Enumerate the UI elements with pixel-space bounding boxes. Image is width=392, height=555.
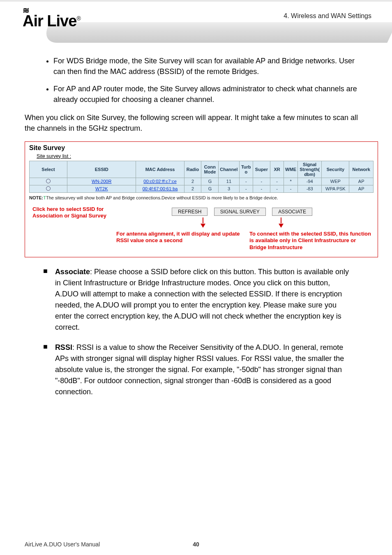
col-turbo: Turbo xyxy=(239,161,253,178)
row-sig: -83 xyxy=(297,185,322,192)
col-super: Super xyxy=(253,161,270,178)
intro-bullet-2: For AP and AP router mode, the Site Surv… xyxy=(53,83,367,105)
page-footer: AirLive A.DUO User's Manual 40 xyxy=(25,541,367,548)
row-super: - xyxy=(253,185,270,192)
survey-note: NOTE:TThe sitesurvey will show both AP a… xyxy=(29,195,374,200)
brand-reg: ® xyxy=(76,15,80,22)
logo-swirl: ≋ xyxy=(23,8,81,12)
banner-rule xyxy=(0,0,392,2)
square-bullet-icon: ■ xyxy=(43,266,48,333)
col-connmode: ConnMode xyxy=(201,161,219,178)
associate-text: Associate: Please choose a SSID before c… xyxy=(55,266,349,333)
banner-stripe xyxy=(40,22,392,43)
row-net: AP xyxy=(349,185,374,192)
radio-icon[interactable] xyxy=(46,179,51,183)
callout-left: Click here to select SSID for Associatio… xyxy=(32,206,106,220)
section-label: 4. Wireless and WAN Settings xyxy=(284,12,371,20)
associate-item: ■ Associate: Please choose a SSID before… xyxy=(43,266,349,333)
arrow-icon xyxy=(195,217,211,229)
page-number: 40 xyxy=(193,541,199,548)
row-conn: G xyxy=(201,185,219,192)
associate-body: : Please choose a SSID before click on t… xyxy=(55,268,349,331)
associate-title: Associate xyxy=(55,268,90,276)
signal-survey-button[interactable]: SIGNAL SURVEY xyxy=(214,208,266,216)
row-chan: 11 xyxy=(219,178,239,185)
row-essid[interactable]: WT2K xyxy=(67,185,136,192)
row-xr: - xyxy=(270,178,284,185)
rssi-text: RSSI: RSSI is a value to show the Receiv… xyxy=(55,342,349,398)
col-essid: ESSID xyxy=(67,161,136,178)
col-security: Security xyxy=(322,161,349,178)
col-xr: XR xyxy=(270,161,284,178)
row-conn: G xyxy=(201,178,219,185)
col-wme: WME xyxy=(284,161,297,178)
row-sec: WPA PSK xyxy=(322,185,349,192)
table-header-row: Select ESSID MAC Address Radio ConnMode … xyxy=(30,161,374,178)
site-survey-subtitle: Site survey list : xyxy=(29,152,374,161)
col-select: Select xyxy=(30,161,67,178)
row-essid[interactable]: WN-200R xyxy=(67,178,136,185)
row-mac: 00:4f:67:00:61:ba xyxy=(136,185,184,192)
rssi-item: ■ RSSI: RSSI is a value to show the Rece… xyxy=(43,342,349,398)
row-mac: 00:c0:02:ff:c7:ce xyxy=(136,178,184,185)
survey-table: Select ESSID MAC Address Radio ConnMode … xyxy=(29,161,374,193)
row-select-radio[interactable] xyxy=(30,185,67,192)
row-sig: -94 xyxy=(297,178,322,185)
associate-button[interactable]: ASSOCIATE xyxy=(272,208,312,216)
note-body: The sitesurvey will show both AP and Bri… xyxy=(46,195,278,200)
row-wme: * xyxy=(284,178,297,185)
row-turbo: - xyxy=(239,178,253,185)
table-row: WT2K 00:4f:67:00:61:ba 2 G 3 - - - - -83… xyxy=(30,185,374,192)
callout-middle: For antenna alignment, it will display a… xyxy=(116,231,240,245)
refresh-button[interactable]: REFRESH xyxy=(172,208,208,216)
rssi-title: RSSI xyxy=(55,343,72,352)
row-radio: 2 xyxy=(184,178,201,185)
intro-bullet-1: For WDS Bridge mode, the Site Survey wil… xyxy=(53,56,367,77)
site-survey-title: Site Survey xyxy=(29,144,374,152)
col-channel: Channel xyxy=(219,161,239,178)
radio-icon[interactable] xyxy=(46,186,51,191)
note-prefix: NOTE: xyxy=(29,195,43,200)
row-super: - xyxy=(253,178,270,185)
rssi-body: : RSSI is a value to show the Receiver S… xyxy=(55,343,344,396)
row-radio: 2 xyxy=(184,185,201,192)
brand-text: Air Live xyxy=(23,12,76,30)
row-sec: WEP xyxy=(322,178,349,185)
page-banner: ≋ Air Live® 4. Wireless and WAN Settings xyxy=(0,0,392,49)
button-row: REFRESH SIGNAL SURVEY ASSOCIATE xyxy=(111,208,374,216)
row-chan: 3 xyxy=(219,185,239,192)
col-signal: Signal Strength(dbm) xyxy=(297,161,322,178)
col-mac: MAC Address xyxy=(136,161,184,178)
footer-title: AirLive A.DUO User's Manual xyxy=(25,541,100,548)
row-select-radio[interactable] xyxy=(30,178,67,185)
col-network: Network xyxy=(349,161,374,178)
intro-paragraph: When you click on Site Survey, the follo… xyxy=(25,112,367,134)
row-turbo: - xyxy=(239,185,253,192)
brand-logo: ≋ Air Live® xyxy=(23,8,81,30)
arrow-icon xyxy=(273,217,289,229)
site-survey-screenshot: Site Survey Site survey list : Select ES… xyxy=(25,141,378,258)
row-net: AP xyxy=(349,178,374,185)
col-radio: Radio xyxy=(184,161,201,178)
square-bullet-icon: ■ xyxy=(43,342,48,398)
row-wme: - xyxy=(284,185,297,192)
callout-right: To connect with the selected SSID, this … xyxy=(249,231,374,252)
table-row: WN-200R 00:c0:02:ff:c7:ce 2 G 11 - - - *… xyxy=(30,178,374,185)
intro-bullet-list: For WDS Bridge mode, the Site Survey wil… xyxy=(53,56,367,105)
row-xr: - xyxy=(270,185,284,192)
